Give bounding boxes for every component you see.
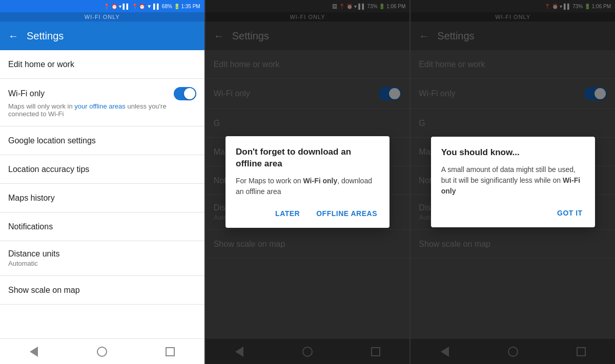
dialog-body-mid: For Maps to work on Wi-Fi only, download…	[236, 176, 379, 197]
settings-list-left: Edit home or work Wi-Fi only Maps will o…	[0, 50, 204, 338]
app-bar-left: ← Settings	[0, 22, 204, 50]
maps-history-left[interactable]: Maps history	[0, 184, 204, 212]
nav-recent-left[interactable]	[160, 341, 180, 362]
got-it-button[interactable]: GOT IT	[551, 205, 589, 221]
wifi-toggle-left[interactable]	[174, 87, 196, 100]
edit-home-work-left[interactable]: Edit home or work	[0, 50, 204, 79]
status-bar-left: 📍 ⏰ ▾ ▌▌ 📍 ⏰ ▼ ▌▌ 68% 🔋 1:35 PM	[0, 0, 204, 12]
nav-bar-left	[0, 338, 204, 364]
offline-areas-link[interactable]: your offline areas	[74, 102, 126, 110]
dialog-title-right: You should know...	[441, 147, 585, 158]
nav-home-left[interactable]	[92, 341, 112, 362]
dialog-right: You should know... A small amount of dat…	[431, 137, 595, 227]
dialog-overlay-mid: Don't forget to download an offline area…	[206, 0, 410, 364]
wifi-icon: ▾	[119, 4, 121, 9]
recent-nav-icon	[166, 347, 175, 356]
nav-back-left[interactable]	[24, 341, 44, 362]
dialog-body-right: A small amount of data might still be us…	[441, 164, 585, 197]
google-location-settings-left[interactable]: Google location settings	[0, 126, 204, 155]
panel-mid: 🖼 📍 ⏰ ▾ ▌▌ 73% 🔋 1:06 PM WI-FI ONLY ← Se…	[206, 0, 410, 364]
signal-icon: ▌▌	[123, 4, 130, 9]
panel-left: 📍 ⏰ ▾ ▌▌ 📍 ⏰ ▼ ▌▌ 68% 🔋 1:35 PM WI-FI ON…	[0, 0, 204, 364]
back-nav-icon	[30, 347, 38, 357]
dialog-mid: Don't forget to download an offline area…	[225, 136, 389, 227]
app-title-left: Settings	[27, 30, 64, 42]
home-nav-icon	[97, 347, 107, 357]
status-icons-left: 📍 ⏰ ▾ ▌▌ 📍 ⏰ ▼ ▌▌ 68% 🔋 1:35 PM	[104, 4, 200, 9]
notifications-left[interactable]: Notifications	[0, 212, 204, 241]
location-icon: 📍	[104, 4, 110, 9]
alarm-icon: ⏰	[111, 4, 117, 9]
back-button-left[interactable]: ←	[8, 30, 18, 42]
dialog-overlay-right: You should know... A small amount of dat…	[411, 0, 615, 364]
wifi-only-banner-left: WI-FI ONLY	[0, 12, 204, 22]
distance-units-left[interactable]: Distance units Automatic	[0, 241, 204, 276]
offline-areas-button[interactable]: OFFLINE AREAS	[310, 205, 383, 222]
battery-pct: 📍 ⏰ ▼ ▌▌ 68% 🔋 1:35 PM	[132, 4, 200, 9]
wifi-only-item-left[interactable]: Wi-Fi only Maps will only work in your o…	[0, 79, 204, 126]
show-scale-left[interactable]: Show scale on map	[0, 276, 204, 305]
dialog-actions-right: GOT IT	[431, 203, 595, 227]
dialog-actions-mid: LATER OFFLINE AREAS	[225, 203, 389, 228]
later-button[interactable]: LATER	[269, 205, 306, 222]
dialog-title-mid: Don't forget to download an offline area	[236, 146, 379, 169]
location-accuracy-tips-left[interactable]: Location accuracy tips	[0, 155, 204, 184]
panel-right: 📍 ⏰ ▾ ▌▌ 73% 🔋 1:06 PM WI-FI ONLY ← Sett…	[411, 0, 615, 364]
